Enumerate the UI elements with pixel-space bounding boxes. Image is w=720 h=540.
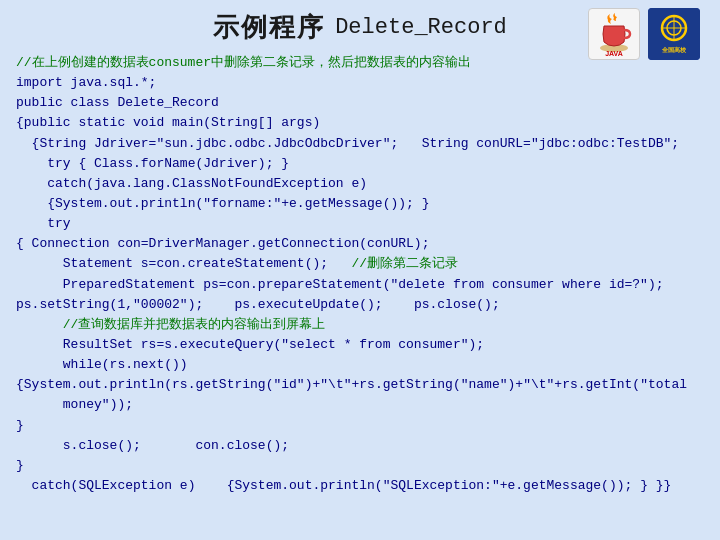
code-line-7: {System.out.println("forname:"+e.getMess…: [16, 194, 704, 214]
code-line-13: //查询数据库并把数据表的内容输出到屏幕上: [16, 315, 704, 335]
code-line-2: public class Delete_Record: [16, 93, 704, 113]
code-line-11: PreparedStatement ps=con.prepareStatemen…: [16, 275, 704, 295]
code-line-19: s.close(); con.close();: [16, 436, 704, 456]
code-line-17: money"));: [16, 395, 704, 415]
code-line-3: {public static void main(String[] args): [16, 113, 704, 133]
code-line-5: try { Class.forName(Jdriver); }: [16, 154, 704, 174]
code-line-1: import java.sql.*;: [16, 73, 704, 93]
page-header: 示例程序 Delete_Record JAVA 全国高校: [0, 0, 720, 51]
code-line-8: try: [16, 214, 704, 234]
code-line-20: }: [16, 456, 704, 476]
svg-text:全国高校: 全国高校: [661, 46, 687, 53]
code-line-4: {String Jdriver="sun.jdbc.odbc.JdbcOdbcD…: [16, 134, 704, 154]
code-line-16: {System.out.println(rs.getString("id")+"…: [16, 375, 704, 395]
code-line-12: ps.setString(1,"00002"); ps.executeUpdat…: [16, 295, 704, 315]
code-line-6: catch(java.lang.ClassNotFoundException e…: [16, 174, 704, 194]
code-line-9: { Connection con=DriverManager.getConnec…: [16, 234, 704, 254]
code-line-21: catch(SQLException e) {System.out.printl…: [16, 476, 704, 496]
title-code: Delete_Record: [335, 15, 507, 40]
code-line-14: ResultSet rs=s.executeQuery("select * fr…: [16, 335, 704, 355]
logo-area: JAVA 全国高校: [588, 8, 700, 60]
code-area: //在上例创建的数据表consumer中删除第二条记录，然后把数据表的内容输出 …: [0, 51, 720, 500]
code-line-10: Statement s=con.createStatement(); //删除第…: [16, 254, 704, 274]
code-line-18: }: [16, 416, 704, 436]
badge-logo: 全国高校: [648, 8, 700, 60]
svg-text:JAVA: JAVA: [605, 50, 623, 56]
title-chinese: 示例程序: [213, 10, 325, 45]
java-logo: JAVA: [588, 8, 640, 60]
code-line-15: while(rs.next()): [16, 355, 704, 375]
